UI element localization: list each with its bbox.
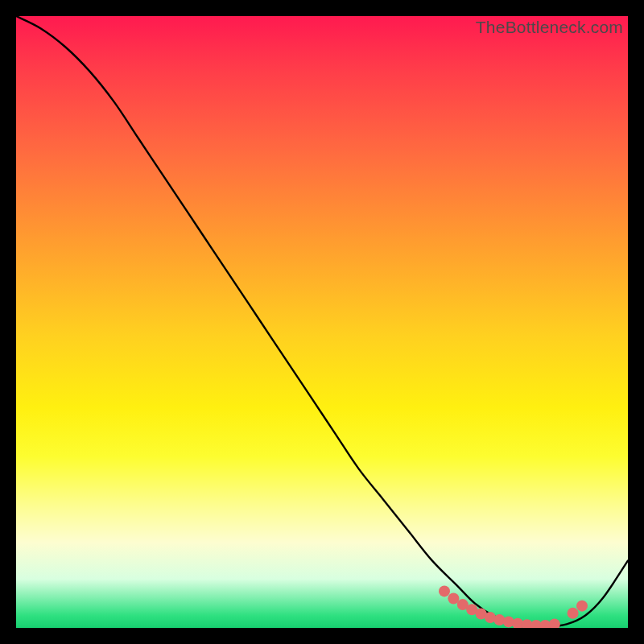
- bottleneck-curve: [16, 16, 628, 627]
- bottleneck-plot: [16, 16, 628, 628]
- marker-dot: [549, 618, 560, 628]
- marker-dot: [576, 601, 588, 612]
- highlight-markers: [439, 585, 588, 628]
- marker-dot: [448, 593, 459, 605]
- marker-dot: [568, 608, 579, 619]
- marker-dot: [439, 585, 450, 597]
- watermark-label: TheBottleneck.com: [476, 18, 623, 37]
- chart-frame: TheBottleneck.com: [16, 16, 628, 628]
